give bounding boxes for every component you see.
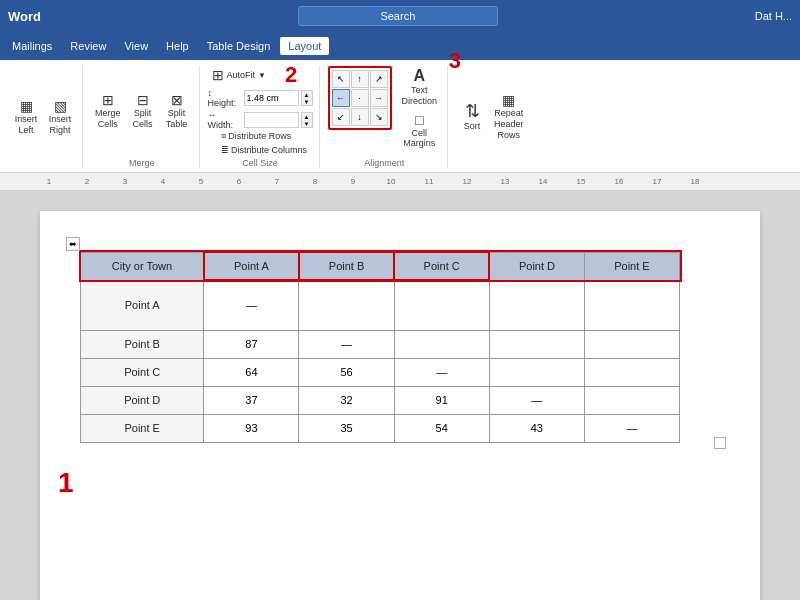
sort-button[interactable]: ⇅ Sort <box>456 100 488 134</box>
search-box[interactable]: Search <box>298 6 498 26</box>
repeat-header-button[interactable]: ▦ Repeat Header Rows <box>490 91 528 142</box>
row2-col3: — <box>394 358 489 386</box>
row0-col1: — <box>204 280 299 330</box>
row1-col4 <box>489 330 584 358</box>
align-bottom-center[interactable]: ↓ <box>351 108 369 126</box>
align-middle-left[interactable]: ← <box>332 89 350 107</box>
insert-right-button[interactable]: ▧ Insert Right <box>44 97 76 138</box>
table-move-handle[interactable]: ⬌ <box>66 237 80 251</box>
document-area: 1 ⬌ City or Town Point A Point B Point C… <box>0 191 800 600</box>
height-label: ↕ Height: <box>208 88 242 108</box>
distribute-rows-icon: ≡ <box>221 131 226 141</box>
ribbon-group-alignment: ↖ ↑ ↗ ← · → ↙ ↓ ↘ <box>322 66 449 168</box>
table-body: Point A — Point B 87 — <box>81 280 680 442</box>
row1-col5 <box>584 330 679 358</box>
sort-icon: ⇅ <box>465 102 480 120</box>
table-resize-handle[interactable] <box>714 437 726 449</box>
width-input[interactable] <box>244 112 299 128</box>
insert-left-icon: ▦ <box>20 99 33 113</box>
table-container: ⬌ City or Town Point A Point B Point C P… <box>80 251 720 443</box>
row4-col1: 93 <box>204 414 299 442</box>
cell-margins-icon: □ <box>415 113 423 127</box>
row3-col3: 91 <box>394 386 489 414</box>
align-row-2: ← · → <box>332 89 388 107</box>
row0-col5 <box>584 280 679 330</box>
app-name: Word <box>8 9 41 24</box>
row3-col5 <box>584 386 679 414</box>
insert-left-label: Insert Left <box>15 114 38 136</box>
align-middle-right[interactable]: → <box>370 89 388 107</box>
cell-margins-label: Cell Margins <box>403 128 435 150</box>
insert-right-icon: ▧ <box>54 99 67 113</box>
col-point-b: Point B <box>299 252 394 280</box>
insert-right-label: Insert Right <box>49 114 72 136</box>
distribute-rows-button[interactable]: ≡ Distribute Rows <box>219 130 309 142</box>
align-top-left[interactable]: ↖ <box>332 70 350 88</box>
col-point-a: Point A <box>204 252 299 280</box>
row2-col2: 56 <box>299 358 394 386</box>
table-header-row: City or Town Point A Point B Point C Poi… <box>81 252 680 280</box>
table-row: Point B 87 — <box>81 330 680 358</box>
cellsize-group-label: Cell Size <box>242 158 278 168</box>
text-direction-label: Text Direction <box>402 85 438 107</box>
distribute-cols-button[interactable]: ≣ Distribute Columns <box>219 144 309 156</box>
row1-col2: — <box>299 330 394 358</box>
menu-view[interactable]: View <box>116 37 156 55</box>
user-name: Dat H... <box>755 10 792 22</box>
distribute-rows-label: Distribute Rows <box>228 131 291 141</box>
menu-help[interactable]: Help <box>158 37 197 55</box>
align-top-right[interactable]: ↗ <box>370 70 388 88</box>
sort-label: Sort <box>464 121 481 132</box>
merge-cells-button[interactable]: ⊞ Merge Cells <box>91 91 125 132</box>
row1-col3 <box>394 330 489 358</box>
col-point-e: Point E <box>584 252 679 280</box>
split-cells-button[interactable]: ⊟ Split Cells <box>127 91 159 132</box>
height-spinner[interactable]: ▲ ▼ <box>301 90 313 106</box>
ribbon-group-insert: ▦ Insert Left ▧ Insert Right <box>4 66 83 168</box>
width-up[interactable]: ▲ <box>302 113 312 120</box>
align-bottom-right[interactable]: ↘ <box>370 108 388 126</box>
row4-col5: — <box>584 414 679 442</box>
text-direction-icon: A <box>413 68 425 84</box>
insert-left-button[interactable]: ▦ Insert Left <box>10 97 42 138</box>
row0-col4 <box>489 280 584 330</box>
row4-col3: 54 <box>394 414 489 442</box>
repeat-header-icon: ▦ <box>502 93 515 107</box>
width-spinner[interactable]: ▲ ▼ <box>301 112 313 128</box>
ribbon-group-merge: ⊞ Merge Cells ⊟ Split Cells ⊠ Split Tabl… <box>85 66 200 168</box>
ruler: 1 2 3 4 5 6 7 8 9 10 11 12 13 14 15 16 1… <box>0 173 800 191</box>
ribbon-group-cellsize: ⊞ AutoFit ▼ ↕ Height: ▲ ▼ ↔ Width: <box>202 66 320 168</box>
cell-margins-button[interactable]: □ Cell Margins <box>398 111 442 152</box>
align-bottom-left[interactable]: ↙ <box>332 108 350 126</box>
row3-col4: — <box>489 386 584 414</box>
split-table-icon: ⊠ <box>171 93 183 107</box>
row4-col0: Point E <box>81 414 204 442</box>
row3-col1: 37 <box>204 386 299 414</box>
width-label: ↔ Width: <box>208 110 242 130</box>
height-up[interactable]: ▲ <box>302 91 312 98</box>
row4-col2: 35 <box>299 414 394 442</box>
split-table-label: Split Table <box>166 108 188 130</box>
width-down[interactable]: ▼ <box>302 120 312 127</box>
menu-mailings[interactable]: Mailings <box>4 37 60 55</box>
merge-cells-label: Merge Cells <box>95 108 121 130</box>
merge-cells-icon: ⊞ <box>102 93 114 107</box>
height-row: ↕ Height: ▲ ▼ <box>208 88 313 108</box>
align-middle-center[interactable]: · <box>351 89 369 107</box>
menu-table-design[interactable]: Table Design <box>199 37 279 55</box>
table-row: Point D 37 32 91 — <box>81 386 680 414</box>
height-input[interactable] <box>244 90 299 106</box>
autofit-icon: ⊞ <box>212 68 224 82</box>
menu-review[interactable]: Review <box>62 37 114 55</box>
split-cells-icon: ⊟ <box>137 93 149 107</box>
split-table-button[interactable]: ⊠ Split Table <box>161 91 193 132</box>
menu-layout[interactable]: Layout <box>280 37 329 55</box>
align-top-center[interactable]: ↑ <box>351 70 369 88</box>
height-down[interactable]: ▼ <box>302 98 312 105</box>
row2-col4 <box>489 358 584 386</box>
alignment-grid: ↖ ↑ ↗ ← · → ↙ ↓ ↘ <box>328 66 392 130</box>
autofit-button[interactable]: ⊞ AutoFit ▼ <box>208 66 270 84</box>
text-direction-button[interactable]: A Text Direction <box>398 66 442 109</box>
row1-col0: Point B <box>81 330 204 358</box>
row1-col1: 87 <box>204 330 299 358</box>
